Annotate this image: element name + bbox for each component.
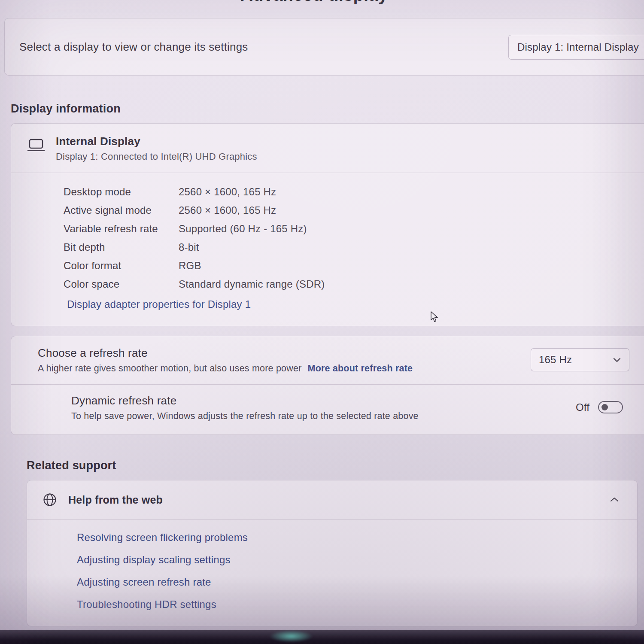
- display-select-dropdown[interactable]: Display 1: Internal Display: [508, 35, 644, 60]
- display-device-name: Internal Display: [56, 135, 257, 148]
- display-information-heading: Display information: [11, 102, 644, 115]
- detail-value: 2560 × 1600, 165 Hz: [179, 204, 276, 216]
- detail-row-variable-refresh-rate: Variable refresh rate Supported (60 Hz -…: [64, 219, 644, 238]
- display-device-header: Internal Display Display 1: Connected to…: [11, 124, 644, 173]
- choose-refresh-rate-row: Choose a refresh rate A higher rate give…: [11, 336, 644, 384]
- detail-row-desktop-mode: Desktop mode 2560 × 1600, 165 Hz: [64, 182, 644, 201]
- help-link-screen-refresh-rate[interactable]: Adjusting screen refresh rate: [77, 576, 637, 588]
- display-information-card: Internal Display Display 1: Connected to…: [11, 123, 644, 326]
- refresh-rate-dropdown[interactable]: 165 Hz: [531, 348, 629, 371]
- display-device-text: Internal Display Display 1: Connected to…: [56, 135, 257, 162]
- detail-label: Desktop mode: [64, 186, 179, 198]
- globe-icon: [43, 492, 57, 507]
- detail-label: Bit depth: [64, 241, 179, 253]
- refresh-rate-value: 165 Hz: [539, 354, 572, 366]
- detail-label: Color format: [64, 260, 179, 272]
- chevron-down-icon: [613, 357, 621, 362]
- detail-row-color-format: Color format RGB: [64, 256, 644, 275]
- detail-value: Standard dynamic range (SDR): [179, 278, 325, 290]
- refresh-rate-card: Choose a refresh rate A higher rate give…: [11, 336, 644, 435]
- display-detail-rows: Desktop mode 2560 × 1600, 165 Hz Active …: [11, 173, 644, 326]
- detail-value: RGB: [179, 260, 201, 272]
- select-display-label: Select a display to view or change its s…: [19, 40, 248, 54]
- display-adapter-properties-link[interactable]: Display adapter properties for Display 1: [67, 298, 251, 310]
- detail-row-active-signal-mode: Active signal mode 2560 × 1600, 165 Hz: [64, 201, 644, 219]
- dynamic-refresh-rate-title: Dynamic refresh rate: [71, 394, 644, 407]
- detail-label: Color space: [64, 278, 179, 290]
- refresh-rate-description-text: A higher rate gives smoother motion, but…: [38, 363, 302, 374]
- chevron-up-icon[interactable]: [610, 497, 619, 502]
- related-support-heading: Related support: [27, 459, 644, 472]
- dynamic-refresh-rate-description: To help save power, Windows adjusts the …: [71, 411, 644, 422]
- help-from-web-card: Help from the web Resolving screen flick…: [27, 480, 638, 626]
- detail-label: Active signal mode: [64, 204, 179, 216]
- toggle-knob: [601, 404, 608, 410]
- help-link-display-scaling[interactable]: Adjusting display scaling settings: [77, 554, 637, 566]
- help-from-web-header[interactable]: Help from the web: [27, 480, 637, 519]
- display-select-value: Display 1: Internal Display: [517, 41, 639, 53]
- help-link-hdr-settings[interactable]: Troubleshooting HDR settings: [77, 598, 637, 611]
- select-display-card: Select a display to view or change its s…: [4, 18, 644, 76]
- help-links-list: Resolving screen flickering problems Adj…: [27, 519, 637, 626]
- display-monitor-icon: [27, 138, 45, 152]
- detail-value: 2560 × 1600, 165 Hz: [179, 186, 276, 198]
- page-title: Advanced display: [240, 0, 388, 5]
- dynamic-refresh-rate-toggle[interactable]: [598, 401, 623, 413]
- display-device-subtitle: Display 1: Connected to Intel(R) UHD Gra…: [56, 151, 257, 162]
- detail-row-bit-depth: Bit depth 8-bit: [64, 238, 644, 256]
- detail-label: Variable refresh rate: [64, 223, 179, 235]
- mouse-cursor: [429, 311, 440, 323]
- more-about-refresh-rate-link[interactable]: More about refresh rate: [308, 363, 413, 374]
- screen-bottom-bezel: [0, 630, 644, 644]
- dynamic-refresh-rate-controls: Off: [576, 401, 623, 413]
- dynamic-refresh-rate-row: Dynamic refresh rate To help save power,…: [11, 385, 644, 434]
- detail-row-color-space: Color space Standard dynamic range (SDR): [64, 275, 644, 293]
- advanced-display-settings-page: Advanced display Select a display to vie…: [0, 0, 644, 644]
- detail-value: Supported (60 Hz - 165 Hz): [179, 223, 307, 235]
- help-from-web-title: Help from the web: [68, 494, 163, 506]
- detail-value: 8-bit: [179, 241, 199, 253]
- help-link-screen-flickering[interactable]: Resolving screen flickering problems: [77, 532, 637, 544]
- toggle-state-label: Off: [576, 401, 589, 413]
